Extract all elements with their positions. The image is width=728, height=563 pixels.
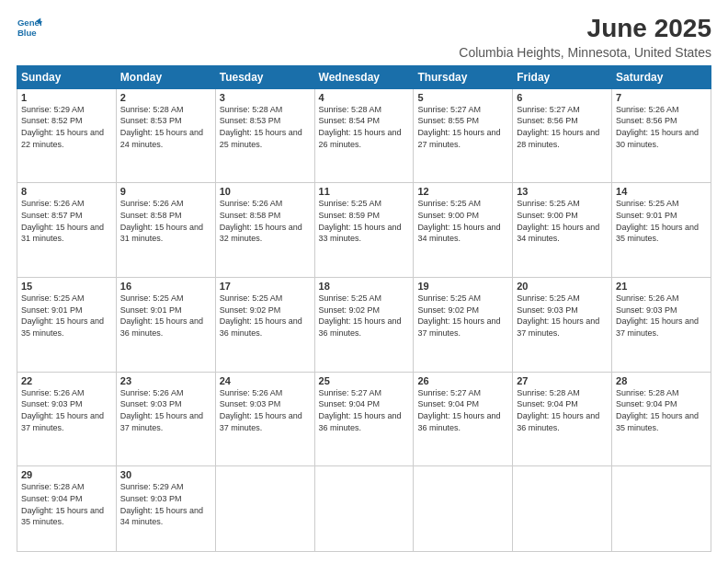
day-cell-23: 23 Sunrise: 5:26 AM Sunset: 9:03 PM Dayl… (116, 372, 215, 466)
subtitle: Columbia Heights, Minnesota, United Stat… (459, 45, 711, 60)
day-cell-2: 2 Sunrise: 5:28 AM Sunset: 8:53 PM Dayli… (116, 88, 215, 183)
day-number: 14 (616, 186, 707, 197)
day-number: 20 (517, 281, 608, 292)
day-info: Sunrise: 5:28 AM Sunset: 9:04 PM Dayligh… (517, 387, 608, 433)
col-sunday: Sunday (17, 65, 117, 88)
day-cell-8: 8 Sunrise: 5:26 AM Sunset: 8:57 PM Dayli… (17, 183, 117, 278)
day-number: 28 (616, 375, 707, 386)
day-cell-22: 22 Sunrise: 5:26 AM Sunset: 9:03 PM Dayl… (17, 372, 117, 466)
day-number: 15 (21, 281, 112, 292)
day-number: 24 (220, 375, 311, 386)
day-number: 19 (417, 281, 508, 292)
week-row-4: 22 Sunrise: 5:26 AM Sunset: 9:03 PM Dayl… (17, 372, 711, 466)
day-cell-27: 27 Sunrise: 5:28 AM Sunset: 9:04 PM Dayl… (513, 372, 612, 466)
col-wednesday: Wednesday (314, 65, 414, 88)
day-cell-19: 19 Sunrise: 5:25 AM Sunset: 9:02 PM Dayl… (414, 278, 513, 373)
day-cell-15: 15 Sunrise: 5:25 AM Sunset: 9:01 PM Dayl… (17, 278, 117, 373)
day-cell-26: 26 Sunrise: 5:27 AM Sunset: 9:04 PM Dayl… (414, 372, 513, 466)
day-number: 17 (220, 281, 311, 292)
day-cell-13: 13 Sunrise: 5:25 AM Sunset: 9:00 PM Dayl… (513, 183, 612, 278)
day-info: Sunrise: 5:25 AM Sunset: 9:00 PM Dayligh… (417, 198, 508, 244)
empty-cell (414, 466, 513, 552)
day-number: 10 (220, 186, 311, 197)
day-cell-14: 14 Sunrise: 5:25 AM Sunset: 9:01 PM Dayl… (612, 183, 711, 278)
day-info: Sunrise: 5:26 AM Sunset: 9:03 PM Dayligh… (616, 293, 707, 339)
day-number: 9 (120, 186, 211, 197)
day-cell-4: 4 Sunrise: 5:28 AM Sunset: 8:54 PM Dayli… (314, 88, 414, 183)
day-info: Sunrise: 5:26 AM Sunset: 9:03 PM Dayligh… (21, 387, 112, 433)
svg-text:Blue: Blue (17, 28, 37, 38)
empty-cell (513, 466, 612, 552)
header: General Blue June 2025 Columbia Heights,… (17, 15, 711, 60)
day-info: Sunrise: 5:26 AM Sunset: 9:03 PM Dayligh… (220, 387, 311, 433)
day-cell-18: 18 Sunrise: 5:25 AM Sunset: 9:02 PM Dayl… (314, 278, 414, 373)
day-info: Sunrise: 5:26 AM Sunset: 8:58 PM Dayligh… (220, 198, 311, 244)
day-cell-30: 30 Sunrise: 5:29 AM Sunset: 9:03 PM Dayl… (116, 466, 215, 552)
day-cell-28: 28 Sunrise: 5:28 AM Sunset: 9:04 PM Dayl… (612, 372, 711, 466)
day-info: Sunrise: 5:28 AM Sunset: 9:04 PM Dayligh… (616, 387, 707, 433)
day-info: Sunrise: 5:29 AM Sunset: 8:52 PM Dayligh… (21, 104, 112, 150)
day-info: Sunrise: 5:27 AM Sunset: 8:56 PM Dayligh… (517, 104, 608, 150)
day-info: Sunrise: 5:25 AM Sunset: 9:01 PM Dayligh… (616, 198, 707, 244)
col-monday: Monday (116, 65, 215, 88)
day-cell-12: 12 Sunrise: 5:25 AM Sunset: 9:00 PM Dayl… (414, 183, 513, 278)
day-cell-25: 25 Sunrise: 5:27 AM Sunset: 9:04 PM Dayl… (314, 372, 414, 466)
week-row-1: 1 Sunrise: 5:29 AM Sunset: 8:52 PM Dayli… (17, 88, 711, 183)
empty-cell (215, 466, 314, 552)
day-cell-7: 7 Sunrise: 5:26 AM Sunset: 8:56 PM Dayli… (612, 88, 711, 183)
day-cell-20: 20 Sunrise: 5:25 AM Sunset: 9:03 PM Dayl… (513, 278, 612, 373)
logo-icon: General Blue (17, 15, 42, 40)
day-cell-5: 5 Sunrise: 5:27 AM Sunset: 8:55 PM Dayli… (414, 88, 513, 183)
day-cell-3: 3 Sunrise: 5:28 AM Sunset: 8:53 PM Dayli… (215, 88, 314, 183)
day-number: 5 (417, 92, 508, 103)
day-number: 25 (319, 375, 410, 386)
day-info: Sunrise: 5:27 AM Sunset: 9:04 PM Dayligh… (417, 387, 508, 433)
day-info: Sunrise: 5:25 AM Sunset: 9:02 PM Dayligh… (220, 293, 311, 339)
day-number: 29 (21, 469, 112, 480)
day-number: 13 (517, 186, 608, 197)
day-cell-16: 16 Sunrise: 5:25 AM Sunset: 9:01 PM Dayl… (116, 278, 215, 373)
day-number: 1 (21, 92, 112, 103)
day-info: Sunrise: 5:25 AM Sunset: 8:59 PM Dayligh… (319, 198, 410, 244)
day-number: 12 (417, 186, 508, 197)
day-cell-24: 24 Sunrise: 5:26 AM Sunset: 9:03 PM Dayl… (215, 372, 314, 466)
col-friday: Friday (513, 65, 612, 88)
day-number: 4 (319, 92, 410, 103)
day-info: Sunrise: 5:26 AM Sunset: 8:58 PM Dayligh… (120, 198, 211, 244)
day-cell-17: 17 Sunrise: 5:25 AM Sunset: 9:02 PM Dayl… (215, 278, 314, 373)
day-info: Sunrise: 5:27 AM Sunset: 9:04 PM Dayligh… (319, 387, 410, 433)
day-info: Sunrise: 5:25 AM Sunset: 9:03 PM Dayligh… (517, 293, 608, 339)
day-cell-6: 6 Sunrise: 5:27 AM Sunset: 8:56 PM Dayli… (513, 88, 612, 183)
day-cell-11: 11 Sunrise: 5:25 AM Sunset: 8:59 PM Dayl… (314, 183, 414, 278)
week-row-3: 15 Sunrise: 5:25 AM Sunset: 9:01 PM Dayl… (17, 278, 711, 373)
day-info: Sunrise: 5:25 AM Sunset: 9:00 PM Dayligh… (517, 198, 608, 244)
day-number: 8 (21, 186, 112, 197)
day-info: Sunrise: 5:28 AM Sunset: 8:54 PM Dayligh… (319, 104, 410, 150)
day-cell-29: 29 Sunrise: 5:28 AM Sunset: 9:04 PM Dayl… (17, 466, 117, 552)
day-info: Sunrise: 5:26 AM Sunset: 9:03 PM Dayligh… (120, 387, 211, 433)
day-info: Sunrise: 5:26 AM Sunset: 8:56 PM Dayligh… (616, 104, 707, 150)
logo: General Blue (17, 15, 42, 40)
day-info: Sunrise: 5:28 AM Sunset: 8:53 PM Dayligh… (220, 104, 311, 150)
col-saturday: Saturday (612, 65, 711, 88)
col-tuesday: Tuesday (215, 65, 314, 88)
empty-cell (314, 466, 414, 552)
day-number: 3 (220, 92, 311, 103)
day-number: 30 (120, 469, 211, 480)
day-cell-1: 1 Sunrise: 5:29 AM Sunset: 8:52 PM Dayli… (17, 88, 117, 183)
day-number: 16 (120, 281, 211, 292)
day-info: Sunrise: 5:25 AM Sunset: 9:02 PM Dayligh… (319, 293, 410, 339)
week-row-2: 8 Sunrise: 5:26 AM Sunset: 8:57 PM Dayli… (17, 183, 711, 278)
day-cell-21: 21 Sunrise: 5:26 AM Sunset: 9:03 PM Dayl… (612, 278, 711, 373)
day-number: 21 (616, 281, 707, 292)
day-cell-9: 9 Sunrise: 5:26 AM Sunset: 8:58 PM Dayli… (116, 183, 215, 278)
title-block: June 2025 Columbia Heights, Minnesota, U… (459, 15, 711, 60)
day-cell-10: 10 Sunrise: 5:26 AM Sunset: 8:58 PM Dayl… (215, 183, 314, 278)
day-number: 2 (120, 92, 211, 103)
day-info: Sunrise: 5:25 AM Sunset: 9:01 PM Dayligh… (21, 293, 112, 339)
day-info: Sunrise: 5:29 AM Sunset: 9:03 PM Dayligh… (120, 481, 211, 527)
day-info: Sunrise: 5:28 AM Sunset: 8:53 PM Dayligh… (120, 104, 211, 150)
col-thursday: Thursday (414, 65, 513, 88)
day-number: 26 (417, 375, 508, 386)
empty-cell (612, 466, 711, 552)
